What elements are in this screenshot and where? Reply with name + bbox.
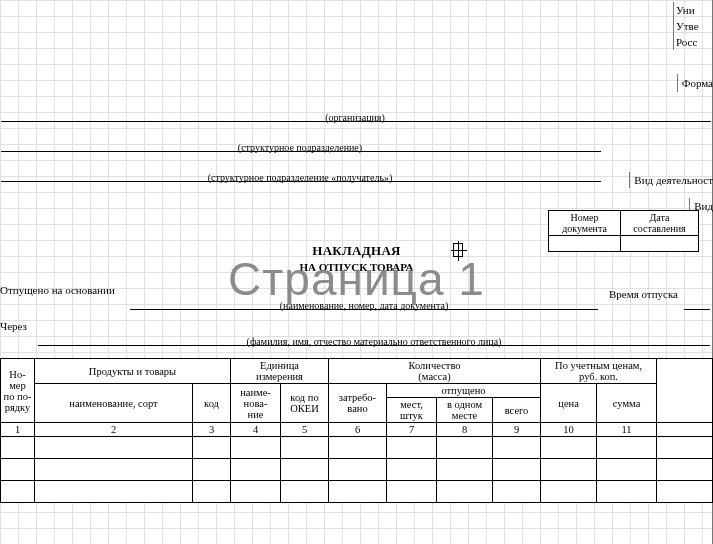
table-cell[interactable]	[493, 481, 541, 503]
fio-label: (фамилия, имя, отчество материально отве…	[38, 336, 710, 347]
table-cell[interactable]	[231, 459, 281, 481]
table-cell[interactable]	[597, 481, 657, 503]
colnum-1: 1	[1, 423, 35, 437]
table-cell[interactable]	[657, 459, 713, 481]
top-right-l2: Утве	[673, 18, 713, 34]
table-cell[interactable]	[329, 437, 387, 459]
docbox-num-hdr: Номер документа	[549, 211, 621, 236]
th-code: код	[193, 384, 231, 423]
table-cell[interactable]	[35, 459, 193, 481]
cursor-marker-icon	[453, 243, 463, 257]
table-cell[interactable]	[35, 437, 193, 459]
colnum-6: 6	[329, 423, 387, 437]
table-cell[interactable]	[231, 437, 281, 459]
table-cell[interactable]	[387, 437, 437, 459]
table-cell[interactable]	[193, 481, 231, 503]
colnum-5: 5	[281, 423, 329, 437]
th-num: Но- мер по по- рядку	[1, 359, 35, 423]
th-inone: в одном месте	[437, 398, 493, 423]
otpushcheno-label: Отпущено на основании	[0, 284, 115, 296]
colnum-11: 11	[597, 423, 657, 437]
table-cell[interactable]	[193, 459, 231, 481]
top-right-l3: Росс	[673, 34, 713, 50]
table-cell[interactable]	[1, 437, 35, 459]
vid-label: Вид деятельност	[629, 172, 713, 188]
docbox-date-hdr: Дата составления	[621, 211, 699, 236]
table-cell[interactable]	[597, 437, 657, 459]
table-cell[interactable]	[541, 459, 597, 481]
th-summa: сумма	[597, 384, 657, 423]
table-cell[interactable]	[437, 459, 493, 481]
cherez-label: Через	[0, 320, 27, 332]
naimdoc-label: (наименование, номер, дата документа)	[130, 300, 598, 311]
th-okei: код по ОКЕИ	[281, 384, 329, 423]
table-cell[interactable]	[541, 481, 597, 503]
table-cell[interactable]	[541, 437, 597, 459]
table-cell[interactable]	[493, 459, 541, 481]
title-main: НАКЛАДНАЯ	[0, 243, 713, 259]
struct-recv-label: (структурное подразделение «получатель»)	[0, 172, 600, 183]
title-sub: НА ОТПУСК ТОВАРА	[0, 261, 713, 273]
colnum-8: 8	[437, 423, 493, 437]
colnum-7: 7	[387, 423, 437, 437]
colnum-3: 3	[193, 423, 231, 437]
main-table: Но- мер по по- рядку Продукты и товары Е…	[0, 358, 713, 503]
th-places: мест, штук	[387, 398, 437, 423]
th-rel: отпущено	[387, 384, 541, 398]
th-unit: Единица измерения	[231, 359, 329, 384]
top-right-l1: Уни	[673, 2, 713, 18]
table-cell[interactable]	[1, 481, 35, 503]
table-cell[interactable]	[329, 481, 387, 503]
th-name-sort: наименование, сорт	[35, 384, 193, 423]
table-cell[interactable]	[1, 459, 35, 481]
table-cell[interactable]	[437, 437, 493, 459]
th-prod: Продукты и товары	[35, 359, 231, 384]
top-right-labels: Уни Утве Росс	[673, 2, 713, 50]
table-cell[interactable]	[193, 437, 231, 459]
th-extra	[657, 359, 713, 423]
colnum-9: 9	[493, 423, 541, 437]
colnum-4: 4	[231, 423, 281, 437]
th-qty: Количество (масса)	[329, 359, 541, 384]
table-cell[interactable]	[281, 459, 329, 481]
table-cell[interactable]	[387, 459, 437, 481]
table-cell[interactable]	[493, 437, 541, 459]
struct-label: (структурное подразделение)	[0, 142, 600, 153]
table-cell[interactable]	[329, 459, 387, 481]
org-label: (организация)	[0, 112, 710, 123]
table-cell[interactable]	[657, 481, 713, 503]
table-cell[interactable]	[597, 459, 657, 481]
th-req: затребо- вано	[329, 384, 387, 423]
table-cell[interactable]	[231, 481, 281, 503]
table-cell[interactable]	[657, 437, 713, 459]
th-total: всего	[493, 398, 541, 423]
table-cell[interactable]	[437, 481, 493, 503]
forma-label: Форма	[677, 74, 713, 92]
table-cell[interactable]	[35, 481, 193, 503]
vremya-line	[684, 296, 710, 310]
th-price: По учетным ценам, руб. коп.	[541, 359, 657, 384]
table-cell[interactable]	[387, 481, 437, 503]
th-unit-name: наиме- нова- ние	[231, 384, 281, 423]
th-cena: цена	[541, 384, 597, 423]
table-cell[interactable]	[281, 437, 329, 459]
colnum-10: 10	[541, 423, 597, 437]
colnum-2: 2	[35, 423, 193, 437]
table-cell[interactable]	[281, 481, 329, 503]
colnum-12	[657, 423, 713, 437]
